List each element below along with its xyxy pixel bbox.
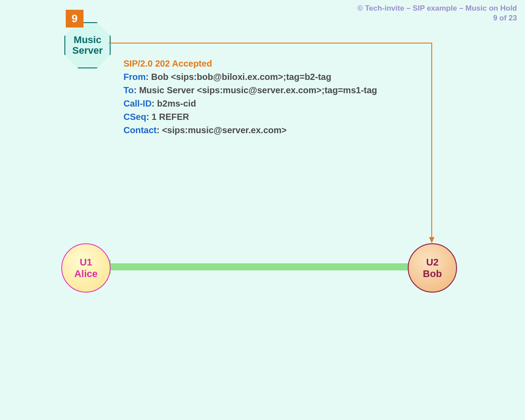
sip-from-value: : Bob <sips:bob@biloxi.ex.com>;tag=b2-ta… xyxy=(146,72,331,82)
sip-contact-label: Contact xyxy=(123,125,156,135)
sip-cseq-line: CSeq: 1 REFER xyxy=(123,110,377,123)
sip-callid-label: Call-ID xyxy=(123,99,151,108)
music-server-node: Music Server xyxy=(64,22,109,67)
sip-contact-value: : <sips:music@server.ex.com> xyxy=(156,125,286,135)
music-server-line1: Music xyxy=(72,35,103,45)
sip-from-line: From: Bob <sips:bob@biloxi.ex.com>;tag=b… xyxy=(123,70,377,83)
sip-from-label: From xyxy=(123,72,146,82)
bob-node: U2 Bob xyxy=(408,243,457,293)
bob-line1: U2 xyxy=(423,257,442,268)
sip-callid-line: Call-ID: b2ms-cid xyxy=(123,97,377,110)
media-arrow-green xyxy=(110,263,408,270)
sip-to-value: : Music Server <sips:music@server.ex.com… xyxy=(134,85,377,95)
svg-marker-0 xyxy=(429,237,434,243)
octagon-shape: Music Server xyxy=(64,22,111,68)
sip-status-line: SIP/2.0 202 Accepted xyxy=(123,57,377,70)
bob-line2: Bob xyxy=(423,268,442,279)
alice-node: U1 Alice xyxy=(61,243,111,293)
sip-to-line: To: Music Server <sips:music@server.ex.c… xyxy=(123,83,377,97)
alice-label: U1 Alice xyxy=(74,257,98,279)
copyright-text: © Tech-invite – SIP example – Music on H… xyxy=(357,4,517,13)
page-counter: 9 of 23 xyxy=(357,13,517,23)
sip-to-label: To xyxy=(123,85,134,95)
music-server-line2: Server xyxy=(72,45,103,56)
alice-line1: U1 xyxy=(74,257,98,268)
sip-cseq-label: CSeq xyxy=(123,112,146,122)
step-number-badge: 9 xyxy=(66,10,84,28)
sip-message-block: SIP/2.0 202 Accepted From: Bob <sips:bob… xyxy=(123,57,377,137)
sip-cseq-value: : 1 REFER xyxy=(146,112,189,122)
sip-callid-value: : b2ms-cid xyxy=(151,99,196,108)
bob-label: U2 Bob xyxy=(423,257,442,279)
step-number: 9 xyxy=(72,12,77,25)
alice-line2: Alice xyxy=(74,268,98,279)
header-attribution: © Tech-invite – SIP example – Music on H… xyxy=(357,4,517,23)
sip-contact-line: Contact: <sips:music@server.ex.com> xyxy=(123,123,377,137)
music-server-label: Music Server xyxy=(72,35,103,56)
